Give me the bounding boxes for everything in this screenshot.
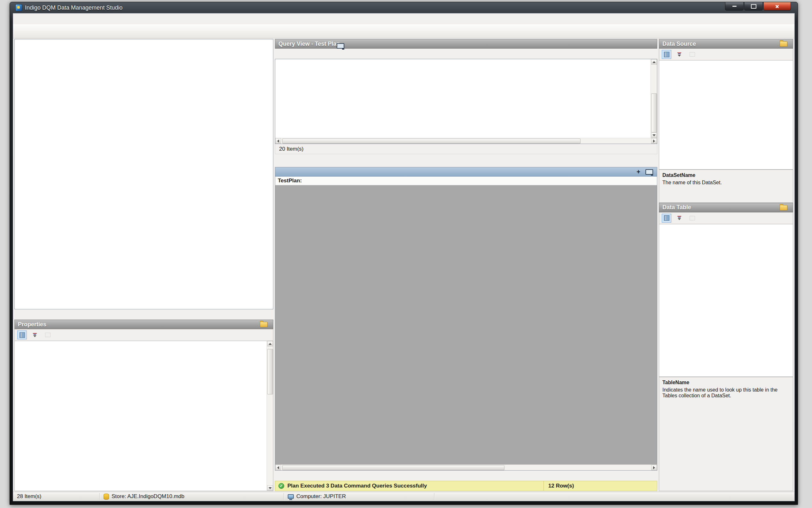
property-pages-button [687, 50, 697, 59]
scroll-left-icon[interactable] [275, 138, 281, 144]
property-pages-icon [689, 216, 695, 220]
scroll-right-icon[interactable] [651, 138, 657, 144]
right-column: Data Source DataSetName The name of this… [659, 39, 793, 491]
menu-bar [13, 13, 795, 24]
app-icon [15, 4, 22, 11]
panel-header-icon[interactable] [780, 41, 787, 47]
categorize-button[interactable] [662, 214, 671, 223]
scroll-up-icon[interactable] [267, 341, 273, 346]
export-view-icon[interactable] [646, 169, 653, 175]
execution-log-hscrollbar[interactable] [275, 138, 657, 144]
status-items: 28 Item(s) [13, 492, 99, 501]
query-view-window-icon[interactable] [337, 43, 344, 49]
sort-az-icon [33, 333, 37, 337]
data-table-grid [659, 224, 793, 377]
execution-log-vscrollbar[interactable] [651, 59, 657, 138]
description-text: Indicates the name used to look up this … [662, 387, 790, 398]
query-view-tab-strip [275, 49, 657, 59]
left-tab-strip [14, 309, 273, 320]
toolbar [13, 24, 795, 38]
execution-log-panel [275, 59, 657, 144]
data-view-toolbar: + [275, 167, 657, 177]
data-view-tab-strip [275, 157, 657, 167]
maximize-button[interactable] [744, 2, 763, 10]
status-store: Store: AJE.IndigoDQM10.mdb [100, 492, 284, 501]
categorize-icon [19, 332, 25, 338]
horizontal-splitter[interactable] [275, 154, 657, 157]
scroll-up-icon[interactable] [651, 59, 657, 65]
data-grid-hscrollbar[interactable] [275, 465, 657, 470]
categorize-icon [664, 215, 669, 221]
scroll-down-icon[interactable] [651, 132, 657, 138]
status-items-label: 28 Item(s) [17, 493, 42, 500]
window-title: Indigo DQM Data Management Studio [25, 4, 123, 11]
data-source-description: DataSetName The name of this DataSet. [659, 170, 793, 203]
maximize-icon [751, 4, 756, 9]
data-table-title: Data Table [662, 204, 691, 211]
titlebar[interactable]: Indigo DQM Data Management Studio [13, 2, 795, 13]
sort-alphabetical-button[interactable] [674, 214, 684, 223]
scroll-left-icon[interactable] [275, 465, 281, 470]
status-computer: Computer: JUPITER [284, 492, 434, 501]
close-icon [775, 4, 779, 9]
main-area: Properties [13, 38, 795, 492]
sort-alphabetical-button[interactable] [674, 50, 684, 59]
minimize-button[interactable] [725, 2, 744, 10]
success-icon: ✓ [279, 483, 284, 489]
status-separator [434, 493, 434, 500]
sort-az-icon [677, 216, 681, 220]
sort-az-icon [677, 52, 681, 57]
scrollbar-thumb[interactable] [651, 93, 657, 132]
property-pages-icon [689, 52, 695, 57]
plans-tree [14, 39, 273, 309]
scrollbar-thumb[interactable] [282, 465, 505, 470]
sort-alphabetical-button[interactable] [30, 331, 40, 339]
execution-log-count: 20 Item(s) [275, 144, 657, 154]
scrollbar-thumb[interactable] [267, 349, 273, 394]
data-source-grid [659, 60, 793, 170]
property-pages-icon [45, 333, 50, 337]
left-column: Properties [14, 39, 273, 491]
data-source-toolbar [659, 49, 793, 60]
data-view-panel: + TestPlan: [275, 167, 657, 471]
plus-icon[interactable]: + [636, 169, 640, 175]
properties-grid [14, 341, 273, 491]
minimize-icon [732, 6, 736, 7]
status-store-label: Store: AJE.IndigoDQM10.mdb [111, 493, 185, 500]
database-icon [104, 494, 109, 500]
description-title: DataSetName [662, 172, 790, 178]
execution-log-table [275, 59, 651, 138]
center-column: Query View - Test Plan [275, 39, 657, 491]
description-text: The name of this DataSet. [662, 180, 790, 185]
scroll-right-icon[interactable] [651, 465, 657, 470]
data-results-grid [275, 185, 657, 465]
properties-toolbar [14, 329, 273, 341]
categorize-button[interactable] [662, 50, 671, 59]
panel-header-icon[interactable] [780, 205, 787, 211]
computer-icon [288, 494, 294, 499]
dataset-label: TestPlan: [275, 177, 657, 185]
data-table-header: Data Table [659, 203, 793, 212]
query-view-title: Query View - Test Plan [279, 41, 340, 47]
window-controls [724, 2, 791, 10]
execution-log-body [275, 59, 657, 138]
data-table-toolbar [659, 212, 793, 224]
app-body: Properties [13, 13, 795, 501]
status-computer-label: Computer: JUPITER [296, 493, 346, 500]
close-button[interactable] [763, 2, 791, 10]
categorize-icon [664, 52, 669, 57]
scrollbar-thumb[interactable] [282, 138, 580, 144]
data-source-title: Data Source [662, 41, 696, 47]
properties-panel-title: Properties [18, 321, 46, 328]
status-bar: 28 Item(s) Store: AJE.IndigoDQM10.mdb Co… [13, 492, 795, 501]
categorize-button[interactable] [17, 331, 27, 339]
row-count-label: 12 Row(s) [543, 481, 654, 491]
property-pages-button [43, 331, 52, 339]
panel-header-icon[interactable] [260, 322, 268, 327]
data-table-description: TableName Indicates the name used to loo… [659, 377, 793, 491]
query-view-header: Query View - Test Plan [275, 39, 657, 49]
property-pages-button [687, 214, 697, 223]
properties-scrollbar[interactable] [267, 341, 273, 491]
results-tab-strip [275, 471, 657, 481]
scroll-down-icon[interactable] [267, 485, 273, 491]
